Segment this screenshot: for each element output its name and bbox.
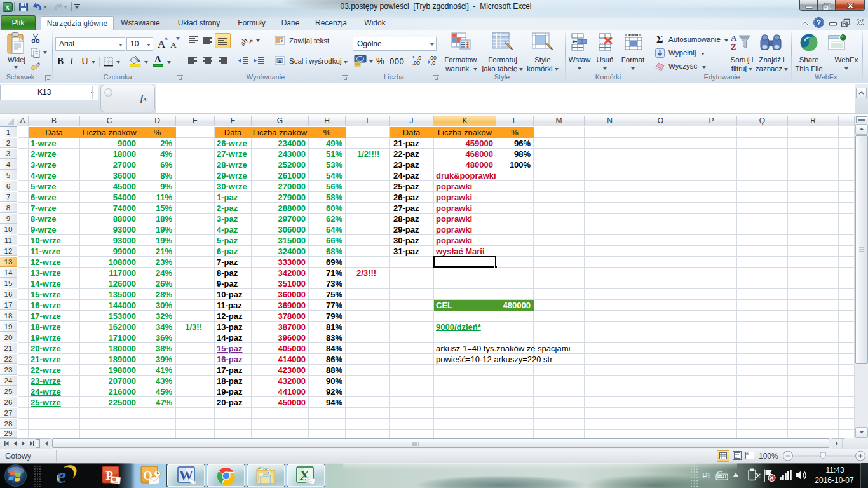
svg-text:A: A <box>170 40 177 50</box>
svg-text:Z: Z <box>731 42 736 51</box>
svg-text:,00: ,00 <box>412 60 420 66</box>
svg-text:A: A <box>158 38 166 50</box>
svg-text:A: A <box>731 33 737 43</box>
svg-text:ab: ab <box>240 36 250 46</box>
svg-text:?: ? <box>817 18 821 27</box>
svg-text:a: a <box>278 58 281 64</box>
